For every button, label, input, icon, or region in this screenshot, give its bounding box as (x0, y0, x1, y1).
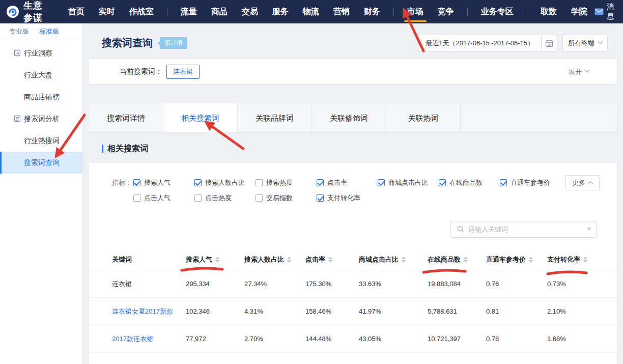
calendar-icon[interactable]: 15 (541, 35, 557, 51)
keyword-search-input[interactable] (450, 221, 597, 238)
clear-icon[interactable]: × (587, 224, 591, 233)
nav-item-finance[interactable]: 财务 (364, 0, 380, 23)
checkbox-label: 搜索热度 (266, 178, 293, 187)
sidebar-item-industry-hot-words[interactable]: 行业热搜词 (0, 130, 82, 152)
checkbox-icon (256, 194, 263, 202)
page-header: 搜索词查询 累计值 最近1天（2017-06-15~2017-06-15） 15… (102, 35, 608, 51)
sort-icon[interactable] (328, 257, 332, 263)
column-header-search-popularity[interactable]: 搜索人气 (186, 255, 244, 264)
tab-related-hot-terms[interactable]: 关联热词 (386, 103, 461, 132)
filter-checkbox-mall-click-share[interactable]: 商城点击占比 (378, 178, 439, 187)
nav-item-traffic[interactable]: 流量 (181, 0, 197, 23)
current-keyword-tag[interactable]: 连衣裙 (166, 65, 200, 79)
sort-icon[interactable] (583, 257, 587, 263)
checkbox-icon (194, 179, 202, 186)
sort-icon[interactable] (402, 257, 406, 263)
nav-item-product[interactable]: 商品 (211, 0, 228, 23)
column-header-mall-click-share[interactable]: 商城点击占比 (359, 255, 428, 264)
nav-item-business-zone[interactable]: 业务专区 (481, 0, 514, 23)
cell-keyword: 连衣裙 (112, 279, 186, 289)
filter-checkbox-online-products[interactable]: 在线商品数 (439, 178, 500, 187)
column-header-searcher-share[interactable]: 搜索人数占比 (244, 255, 305, 264)
nav-item-war-room[interactable]: 作战室 (129, 0, 154, 23)
filter-checkbox-payment-conversion[interactable]: 支付转化率 (317, 193, 378, 203)
expand-button[interactable]: 展开 (569, 67, 589, 76)
column-header-click-rate[interactable]: 点击率 (305, 255, 359, 264)
nav-item-service[interactable]: 服务 (272, 0, 289, 23)
cell-keyword-link[interactable]: 2017款连衣裙 (112, 334, 186, 344)
cell-value: 1.68% (547, 335, 617, 343)
cell-keyword-link[interactable]: 连衣裙女夏2017新款 (112, 307, 186, 316)
chevron-down-icon (598, 39, 603, 44)
sidebar: 专业版 标准版 行业洞察 行业大盘 商品店铺榜 (0, 23, 83, 364)
sidebar-item-label: 行业热搜词 (24, 136, 60, 145)
sycm-logo-icon (6, 5, 19, 18)
sort-icon[interactable] (529, 257, 533, 263)
nav-item-competition[interactable]: 竞争 (438, 0, 454, 23)
app-logo[interactable]: 生意参谋 (6, 0, 48, 24)
section-title-bar (102, 145, 103, 153)
sidebar-item-search-term-query[interactable]: 搜索词查询 (0, 152, 82, 174)
header-filters: 最近1天（2017-06-15~2017-06-15） 15 所有终端 (418, 35, 608, 51)
nav-item-home[interactable]: 首页 (68, 0, 84, 23)
sidebar-item-industry-overview[interactable]: 行业大盘 (0, 64, 82, 86)
column-header-online-products[interactable]: 在线商品数 (428, 255, 486, 264)
filter-checkbox-click-rate[interactable]: 点击率 (317, 178, 378, 187)
version-tab-pro[interactable]: 专业版 (9, 27, 29, 36)
page-title: 搜索词查询 (102, 36, 153, 50)
nav-item-data-extract[interactable]: 取数 (541, 0, 557, 23)
sort-icon[interactable] (215, 257, 219, 263)
messages-button[interactable]: 消息 (594, 2, 615, 21)
cell-value: 295,334 (186, 280, 244, 288)
tab-bar-filler (461, 103, 617, 132)
cell-value: 33.63% (359, 280, 428, 288)
filter-checkbox-click-popularity[interactable]: 点击人气 (133, 193, 194, 203)
nav-item-realtime[interactable]: 实时 (99, 0, 115, 23)
document-chart-icon (14, 49, 21, 57)
filter-checkbox-trade-index[interactable]: 交易指数 (256, 193, 317, 203)
sort-icon[interactable] (464, 257, 468, 263)
filter-checkbox-search-popularity[interactable]: 搜索人气 (133, 178, 194, 187)
nav-item-logistics[interactable]: 物流 (303, 0, 319, 23)
filter-checkbox-search-heat[interactable]: 搜索热度 (256, 178, 317, 187)
filter-checkbox-click-heat[interactable]: 点击热度 (194, 193, 256, 203)
filter-checkbox-ztc-reference-price[interactable]: 直通车参考价 (500, 178, 561, 187)
date-range-text: 最近1天（2017-06-15~2017-06-15） (418, 39, 541, 48)
filter-checkbox-searcher-share[interactable]: 搜索人数占比 (194, 178, 256, 187)
tab-related-search-terms[interactable]: 相关搜索词 (163, 103, 238, 132)
sidebar-item-search-analysis[interactable]: 搜索词分析 (0, 108, 82, 130)
sort-icon[interactable] (287, 257, 291, 263)
table-row: 连衣裙女夏2017新款 102,346 4.31% 158.46% 41.97%… (89, 298, 617, 325)
checkbox-icon (378, 179, 385, 186)
nav-item-marketing[interactable]: 营销 (333, 0, 350, 23)
cell-value: 175.30% (305, 280, 359, 288)
sidebar-item-product-shop-ranking[interactable]: 商品店铺榜 (0, 86, 82, 108)
date-range-picker[interactable]: 最近1天（2017-06-15~2017-06-15） 15 (418, 35, 557, 51)
terminal-dropdown[interactable]: 所有终端 (562, 35, 608, 51)
nav-item-trade[interactable]: 交易 (242, 0, 258, 23)
current-search-label: 当前搜索词： (120, 67, 162, 76)
table-header-row: 关键词 搜索人气 搜索人数占比 点击率 商城点击占 (89, 249, 617, 270)
sidebar-item-industry-insight[interactable]: 行业洞察 (0, 42, 82, 64)
checkbox-label: 直通车参考价 (511, 178, 550, 187)
primary-nav: 首页 实时 作战室 流量 商品 交易 服务 物流 营销 财务 市场 竞争 业务专… (61, 0, 594, 23)
cell-value: 102,346 (186, 307, 244, 315)
version-tab-standard[interactable]: 标准版 (39, 27, 59, 36)
checkbox-label: 点击率 (327, 178, 347, 187)
app-root: 生意参谋 首页 实时 作战室 流量 商品 交易 服务 物流 营销 财务 市场 竞… (0, 0, 623, 364)
checkbox-label: 交易指数 (266, 193, 293, 203)
tab-related-modifier-terms[interactable]: 关联修饰词 (312, 103, 386, 132)
column-header-payment-conversion[interactable]: 支付转化率 (547, 255, 617, 264)
checkbox-label: 在线商品数 (449, 178, 483, 187)
nav-divider (467, 8, 468, 16)
related-search-table: 关键词 搜索人气 搜索人数占比 点击率 商城点击占 (89, 249, 617, 353)
more-button[interactable]: 更多 (565, 175, 600, 190)
nav-divider (393, 8, 394, 16)
app-name: 生意参谋 (23, 0, 48, 24)
tab-search-term-detail[interactable]: 搜索词详情 (89, 103, 163, 132)
column-header-ztc-reference-price[interactable]: 直通车参考价 (486, 255, 547, 264)
tab-related-brand-terms[interactable]: 关联品牌词 (238, 103, 312, 132)
nav-item-market[interactable]: 市场 (407, 0, 423, 23)
nav-item-academy[interactable]: 学院 (571, 0, 587, 23)
table-row: 2017款连衣裙 77,972 2.70% 144.48% 43.05% 10,… (89, 325, 617, 353)
